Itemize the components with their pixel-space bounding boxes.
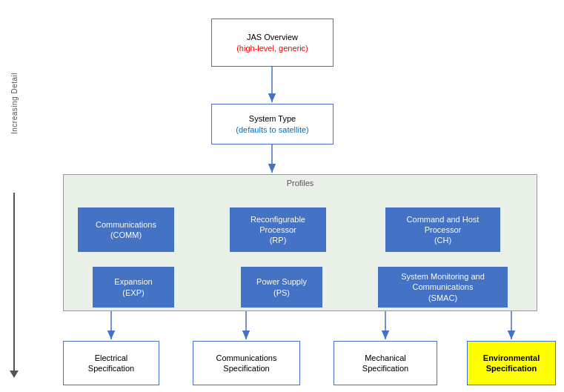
- ch-line3: (CH): [434, 235, 451, 245]
- electrical-spec-box: Electrical Specification: [63, 341, 159, 385]
- exp-line2: (EXP): [122, 288, 144, 298]
- communications-spec-box: Communications Specification: [193, 341, 300, 385]
- ch-line2: Processor: [425, 225, 462, 235]
- comm-spec-line1: Communications: [216, 353, 277, 363]
- environmental-spec-box: Environmental Specification: [467, 341, 556, 385]
- comm-box: Communications (COMM): [78, 207, 174, 252]
- exp-line1: Expansion: [114, 276, 152, 287]
- ch-line1: Command and Host: [407, 214, 480, 225]
- rp-line2: Processor: [259, 225, 296, 235]
- mechanical-spec-box: Mechanical Specification: [334, 341, 437, 385]
- profiles-label: Profiles: [287, 179, 314, 187]
- mech-line1: Mechanical: [365, 353, 406, 363]
- increasing-detail-axis: Increasing Detail: [6, 15, 22, 378]
- comm-line2: (COMM): [110, 230, 142, 240]
- comm-line1: Communications: [96, 219, 156, 230]
- comm-spec-line2: Specification: [223, 363, 269, 373]
- ps-line1: Power Supply: [256, 276, 307, 287]
- rp-line1: Reconfigurable: [251, 214, 305, 225]
- axis-line: [13, 193, 15, 371]
- smac-line2: Communications: [413, 282, 474, 292]
- jas-line1: JAS Overview: [247, 32, 298, 42]
- diagram-area: JAS Overview (high-level, generic) Syste…: [22, 7, 556, 385]
- smac-line3: (SMAC): [428, 293, 457, 303]
- elec-line1: Electrical: [95, 353, 128, 363]
- ps-line2: (PS): [273, 288, 290, 298]
- env-line1: Environmental: [483, 353, 540, 363]
- rp-box: Reconfigurable Processor (RP): [230, 207, 326, 252]
- jas-line2: (high-level, generic): [236, 43, 308, 53]
- rp-line3: (RP): [270, 235, 287, 245]
- axis-arrow: [10, 371, 19, 378]
- jas-overview-box: JAS Overview (high-level, generic): [211, 19, 334, 67]
- smac-line1: System Monitoring and: [401, 271, 485, 282]
- ps-box: Power Supply (PS): [241, 267, 322, 308]
- ch-box: Command and Host Processor (CH): [385, 207, 500, 252]
- elec-line2: Specification: [88, 363, 134, 373]
- exp-box: Expansion (EXP): [93, 267, 174, 308]
- env-line2: Specification: [486, 363, 537, 373]
- system-type-box: System Type (defaults to satellite): [211, 104, 334, 144]
- mech-line2: Specification: [362, 363, 408, 373]
- axis-label: Increasing Detail: [10, 15, 19, 193]
- smac-box: System Monitoring and Communications (SM…: [378, 267, 508, 308]
- system-line1: System Type: [249, 113, 296, 124]
- system-line2: (defaults to satellite): [236, 124, 308, 135]
